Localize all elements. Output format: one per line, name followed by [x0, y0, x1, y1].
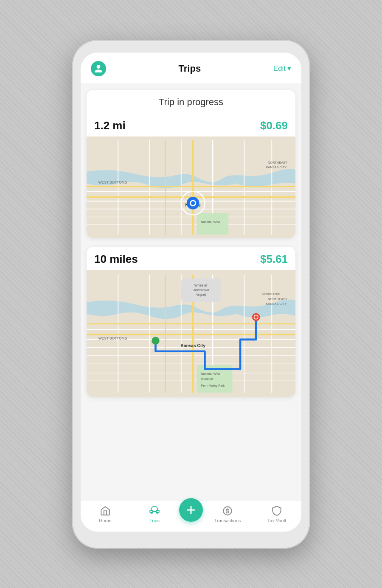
svg-text:KANSAS CITY: KANSAS CITY — [266, 302, 286, 306]
svg-text:WEST BOTTOMS: WEST BOTTOMS — [98, 336, 127, 340]
svg-text:National WWI: National WWI — [201, 220, 220, 223]
trip2-stats-row: 10 miles $5.61 — [87, 247, 295, 270]
nav-home-label: Home — [99, 518, 111, 523]
nav-home[interactable]: Home — [81, 505, 130, 523]
trip-status-label: Trip in progress — [159, 97, 223, 107]
content-area: Trip in progress 1.2 mi $0.69 — [81, 83, 301, 501]
phone-screen: Trips Edit ▾ Trip in progress 1.2 mi $0.… — [81, 53, 301, 532]
svg-rect-16 — [197, 213, 228, 234]
nav-trips[interactable]: Trips — [130, 505, 179, 523]
avatar[interactable] — [91, 61, 106, 76]
svg-text:Penn Valley Park: Penn Valley Park — [201, 384, 225, 387]
phone-frame: Trips Edit ▾ Trip in progress 1.2 mi $0.… — [72, 40, 310, 549]
svg-text:NORTHEAST: NORTHEAST — [268, 161, 287, 164]
nav-trips-label: Trips — [149, 518, 160, 523]
nav-transactions[interactable]: Transactions — [203, 505, 252, 523]
svg-text:Kansas City: Kansas City — [180, 343, 205, 348]
nav-tax-vault-label: Tax Vault — [267, 518, 286, 523]
trip-card-completed[interactable]: 10 miles $5.61 — [87, 247, 295, 397]
svg-text:Wheeler: Wheeler — [194, 283, 208, 287]
trip-status-header: Trip in progress — [87, 90, 295, 113]
trip-stats-row: 1.2 mi $0.69 — [87, 113, 295, 137]
trip-map-1[interactable]: WEST BOTTOMS Kansas NORTHEAST KANSAS CIT… — [87, 137, 295, 238]
svg-point-25 — [191, 201, 195, 205]
nav-tax-vault[interactable]: Tax Vault — [252, 505, 301, 523]
trip-distance: 1.2 mi — [94, 119, 126, 132]
svg-text:NORTHEAST: NORTHEAST — [268, 297, 287, 301]
svg-text:Kessler Park: Kessler Park — [262, 292, 280, 296]
svg-point-57 — [152, 337, 160, 345]
bottom-nav: Home Trips — [81, 501, 301, 532]
trip-card-in-progress[interactable]: Trip in progress 1.2 mi $0.69 — [87, 90, 295, 238]
trip-cost: $0.69 — [260, 119, 288, 132]
svg-text:Airport: Airport — [196, 292, 206, 296]
nav-add-button[interactable] — [179, 498, 203, 522]
svg-point-63 — [151, 512, 152, 513]
svg-text:KANSAS CITY: KANSAS CITY — [266, 165, 286, 169]
trip2-distance: 10 miles — [94, 253, 138, 266]
edit-button[interactable]: Edit ▾ — [273, 64, 291, 73]
nav-transactions-label: Transactions — [214, 518, 241, 523]
trip2-cost: $5.61 — [260, 253, 288, 266]
svg-point-60 — [254, 315, 257, 318]
trip-map-2[interactable]: Wheeler Downtown Airport WEST BOTTOMS Ka… — [87, 270, 295, 397]
svg-text:Museum: Museum — [201, 376, 213, 380]
svg-text:National WWI: National WWI — [201, 372, 220, 376]
svg-text:WEST BOTTOMS: WEST BOTTOMS — [98, 180, 127, 184]
header: Trips Edit ▾ — [81, 53, 301, 83]
page-title: Trips — [179, 63, 201, 74]
svg-point-64 — [157, 512, 158, 513]
svg-text:Downtown: Downtown — [193, 287, 209, 292]
